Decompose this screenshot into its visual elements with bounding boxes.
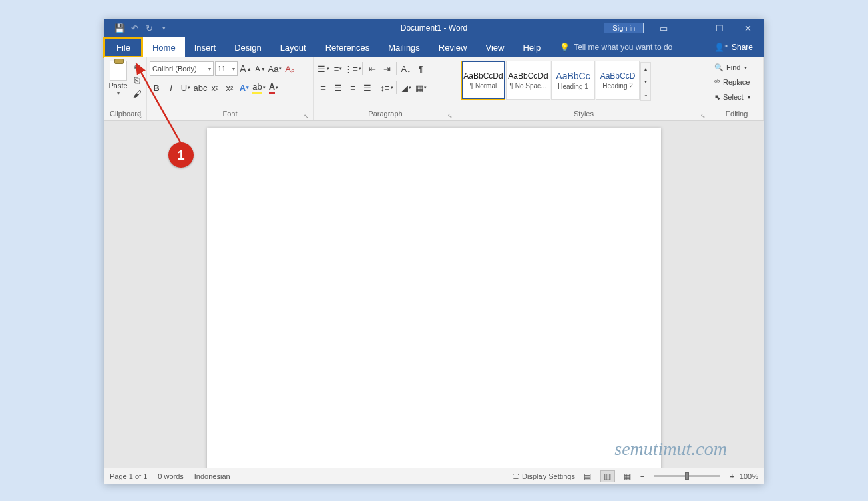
zoom-in-button[interactable]: + [730, 472, 734, 480]
style-heading2[interactable]: AaBbCcD Heading 2 [596, 61, 640, 100]
group-paragraph: ☰▾ ≡▾ ⋮≡▾ ⇤ ⇥ A↓ ¶ ≡ ☰ ≡ ☰ ↕≡▾ [314, 57, 457, 120]
group-editing-label: Editing [713, 110, 761, 120]
justify-icon[interactable]: ☰ [361, 80, 374, 95]
search-icon: 🔍 [714, 63, 724, 72]
zoom-out-button[interactable]: − [640, 472, 644, 480]
shrink-font-icon[interactable]: A▼ [254, 61, 267, 76]
chevron-down-icon: ▾ [117, 90, 120, 96]
sort-icon[interactable]: A↓ [399, 61, 413, 76]
font-color-icon[interactable]: A▾ [267, 80, 280, 95]
share-label: Share [732, 43, 753, 52]
shading-icon[interactable]: ◢▾ [399, 80, 413, 95]
title-right-controls: Sign in ▭ ― ☐ ✕ [604, 19, 764, 37]
status-page[interactable]: Page 1 of 1 [110, 472, 147, 480]
bullets-icon[interactable]: ☰▾ [316, 61, 330, 76]
text-effects-icon[interactable]: A▾ [238, 80, 251, 95]
borders-icon[interactable]: ▦▾ [414, 80, 427, 95]
zoom-slider[interactable] [654, 475, 720, 477]
share-button[interactable]: 👤⁺ Share [714, 37, 764, 57]
change-case-icon[interactable]: Aa▾ [268, 61, 282, 76]
tab-help[interactable]: Help [513, 37, 550, 57]
style-normal[interactable]: AaBbCcDd ¶ Normal [461, 61, 505, 100]
tab-mailings[interactable]: Mailings [379, 37, 429, 57]
multilevel-list-icon[interactable]: ⋮≡▾ [346, 61, 359, 76]
group-clipboard-label: Clipboard⤡ [107, 110, 144, 120]
paragraph-launcher-icon[interactable]: ⤡ [447, 113, 453, 120]
style-name: Heading 1 [558, 83, 588, 90]
gallery-more-icon[interactable]: ⌄ [641, 88, 650, 100]
tab-view[interactable]: View [476, 37, 513, 57]
numbering-icon[interactable]: ≡▾ [331, 61, 345, 76]
chevron-down-icon: ▾ [230, 66, 235, 72]
print-layout-icon[interactable]: ▥ [600, 470, 615, 482]
line-spacing-icon[interactable]: ↕≡▾ [380, 80, 393, 95]
bold-button[interactable]: B [150, 80, 163, 95]
tab-design[interactable]: Design [225, 37, 270, 57]
redo-icon[interactable]: ↻ [143, 22, 155, 34]
style-no-spacing[interactable]: AaBbCcDd ¶ No Spac... [506, 61, 550, 100]
tab-references[interactable]: References [316, 37, 379, 57]
align-right-icon[interactable]: ≡ [346, 80, 359, 95]
show-hide-marks-icon[interactable]: ¶ [414, 61, 427, 76]
font-name-combo[interactable]: Calibri (Body)▾ [150, 61, 214, 76]
style-name: ¶ No Spac... [510, 82, 547, 90]
clipboard-launcher-icon[interactable]: ⤡ [137, 113, 142, 120]
highlight-color-icon[interactable]: ab▾ [252, 80, 266, 95]
signin-button[interactable]: Sign in [604, 23, 644, 33]
gallery-up-icon[interactable]: ▴ [641, 63, 650, 75]
document-page[interactable] [207, 128, 661, 468]
qat-customize-icon[interactable]: ▾ [158, 22, 170, 34]
find-button[interactable]: 🔍Find▾ [713, 61, 750, 74]
chevron-down-icon: ▾ [744, 65, 747, 71]
zoom-thumb[interactable] [685, 472, 689, 480]
align-center-icon[interactable]: ☰ [331, 80, 345, 95]
ribbon-display-options-icon[interactable]: ▭ [650, 19, 677, 37]
decrease-indent-icon[interactable]: ⇤ [365, 61, 379, 76]
tab-insert[interactable]: Insert [185, 37, 226, 57]
clear-formatting-icon[interactable]: Aᵨ [283, 61, 296, 76]
paste-button[interactable]: Paste ▾ [107, 59, 129, 96]
undo-icon[interactable]: ↶ [128, 22, 140, 34]
underline-button[interactable]: U▾ [179, 80, 192, 95]
tell-me-placeholder: Tell me what you want to do [574, 43, 672, 52]
increase-indent-icon[interactable]: ⇥ [380, 61, 393, 76]
save-icon[interactable]: 💾 [114, 22, 126, 34]
subscript-button[interactable]: x2 [208, 80, 222, 95]
tab-review[interactable]: Review [429, 37, 477, 57]
chevron-down-icon: ▾ [748, 94, 750, 100]
replace-button[interactable]: ᵃᵇReplace [713, 75, 750, 89]
font-launcher-icon[interactable]: ⤡ [304, 113, 309, 120]
quick-access-toolbar: 💾 ↶ ↻ ▾ [104, 22, 170, 34]
tab-home[interactable]: Home [143, 37, 185, 57]
select-button[interactable]: ⬉Select▾ [713, 90, 750, 104]
style-preview: AaBbCcDd [508, 71, 548, 81]
strikethrough-button[interactable]: abc [194, 80, 207, 95]
tab-file[interactable]: File [103, 37, 143, 58]
style-name: Heading 2 [602, 82, 633, 90]
annotation-badge-1: 1 [168, 142, 194, 168]
status-language[interactable]: Indonesian [194, 472, 230, 480]
format-painter-icon[interactable]: 🖌 [130, 88, 144, 100]
grow-font-icon[interactable]: A▲ [239, 61, 252, 76]
align-left-icon[interactable]: ≡ [316, 80, 330, 95]
minimize-icon[interactable]: ― [678, 19, 705, 37]
web-layout-icon[interactable]: ▦ [620, 470, 635, 482]
cut-icon[interactable]: ✂ [130, 61, 144, 73]
copy-icon[interactable]: ⎘ [130, 74, 144, 86]
status-words[interactable]: 0 words [158, 472, 184, 480]
font-size-combo[interactable]: 11▾ [215, 61, 238, 76]
style-heading1[interactable]: AaBbCc Heading 1 [551, 61, 595, 100]
word-window: 💾 ↶ ↻ ▾ Document1 - Word Sign in ▭ ― ☐ ✕… [104, 19, 764, 484]
tab-layout[interactable]: Layout [271, 37, 316, 57]
display-settings-button[interactable]: 🖵Display Settings [512, 472, 575, 480]
read-mode-icon[interactable]: ▤ [580, 470, 595, 482]
styles-launcher-icon[interactable]: ⤡ [700, 113, 706, 120]
gallery-down-icon[interactable]: ▾ [641, 75, 650, 88]
italic-button[interactable]: I [164, 80, 178, 95]
style-preview: AaBbCcDd [463, 71, 503, 81]
tell-me-search[interactable]: 💡 Tell me what you want to do [550, 37, 672, 57]
zoom-level[interactable]: 100% [740, 472, 758, 480]
superscript-button[interactable]: x2 [223, 80, 236, 95]
close-icon[interactable]: ✕ [734, 19, 761, 37]
maximize-icon[interactable]: ☐ [706, 19, 733, 37]
